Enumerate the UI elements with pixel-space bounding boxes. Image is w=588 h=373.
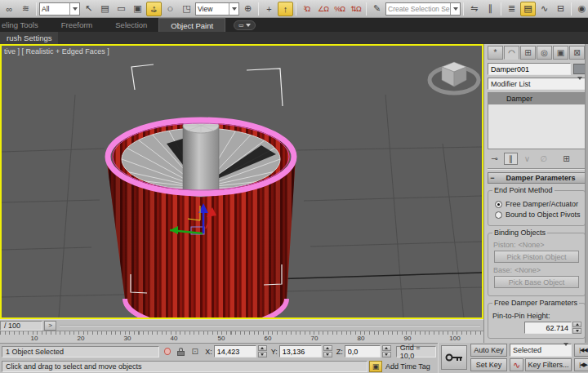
tick-label: 50 — [212, 335, 230, 342]
tab-utilities[interactable]: ⊠ — [569, 46, 585, 60]
damper-parameters-rollout[interactable]: − Damper Parameters — [488, 172, 586, 184]
tab-freeform[interactable]: Freeform — [50, 18, 105, 32]
transform-gizmo-icon[interactable]: ⊡ — [189, 346, 201, 357]
next-frame-button[interactable]: > — [44, 321, 56, 331]
time-slider-handle[interactable]: / 100 — [0, 321, 42, 331]
align-icon[interactable]: ∥ — [483, 2, 498, 16]
material-editor-icon[interactable]: ◉ — [574, 2, 588, 16]
key-filters-button[interactable]: Key Filters... — [525, 358, 572, 371]
keyboard-override-icon[interactable]: ↑ — [278, 2, 293, 16]
ribbon-minimize-button[interactable]: ▭ — [234, 20, 256, 30]
bind-spacewarp-icon[interactable]: ≋ — [18, 2, 33, 16]
curve-editor-icon[interactable]: ∿ — [537, 2, 552, 16]
schematic-view-icon[interactable]: ⊟ — [553, 2, 568, 16]
x-coordinate-field[interactable] — [214, 345, 256, 357]
edit-named-selections-icon[interactable]: ✎ — [369, 2, 385, 16]
percent-snap-icon[interactable]: %Ω — [332, 2, 347, 16]
stack-toolbar: ⊸ ∥ ∨ ∅ ⊞ — [488, 152, 586, 165]
tab-modify[interactable]: ◠ — [504, 46, 519, 60]
selection-filter-dropdown[interactable]: All — [39, 2, 80, 16]
y-coordinate-field[interactable] — [279, 345, 322, 357]
radio-free-damper[interactable]: Free Damper/Actuator — [495, 200, 581, 208]
tick-label: 30 — [118, 335, 136, 342]
binding-objects-group: Binding Objects Piston: <None> Pick Pist… — [488, 233, 586, 296]
select-object-icon[interactable]: ↖ — [81, 2, 96, 16]
use-pivot-center-icon[interactable]: ⊕ — [240, 2, 256, 16]
pick-piston-button[interactable]: Pick Piston Object — [494, 251, 579, 263]
tab-object-paint[interactable]: Object Paint — [158, 18, 225, 32]
default-tangent-button[interactable]: ∿ — [510, 358, 523, 371]
select-move-button[interactable]: ↔↕ — [146, 2, 162, 16]
manage-layers-icon[interactable]: ≣ — [504, 2, 519, 16]
damper-model[interactable] — [106, 118, 296, 317]
tab-motion[interactable]: ◎ — [537, 46, 552, 60]
chevron-down-icon — [564, 346, 568, 354]
tab-hierarchy[interactable]: ⊞ — [520, 46, 536, 60]
z-coordinate-field[interactable] — [345, 345, 381, 357]
viewport-label[interactable]: tive ] [ Realistic + Edged Faces ] — [4, 47, 109, 56]
named-selection-dropdown[interactable]: Create Selection Se — [385, 2, 461, 16]
chevron-down-icon — [229, 3, 237, 15]
select-manipulate-icon[interactable]: + — [261, 2, 277, 16]
tab-modeling-tools[interactable]: eling Tools — [0, 18, 50, 32]
time-tag-icon[interactable]: ▣ — [369, 361, 382, 372]
tab-display[interactable]: ▣ — [553, 46, 568, 60]
snap-3d-icon[interactable]: ³Ω — [299, 2, 314, 16]
panel-scrollbar[interactable] — [585, 44, 588, 347]
x-spinner[interactable] — [258, 345, 267, 357]
layer-explorer-icon[interactable]: ▤ — [520, 2, 536, 16]
select-rotate-icon[interactable]: ○ — [163, 2, 178, 16]
stack-item-damper[interactable]: Damper — [488, 93, 585, 104]
isolate-selection-icon[interactable] — [161, 346, 173, 357]
modifier-list-dropdown[interactable]: Modifier List — [488, 78, 586, 90]
object-color-swatch[interactable] — [573, 64, 586, 74]
base-value: <None> — [514, 266, 541, 274]
set-key-button[interactable]: Set Key — [470, 358, 507, 371]
chevron-down-icon — [246, 24, 251, 27]
angle-snap-icon[interactable]: ∠Ω — [315, 2, 331, 16]
key-icon — [445, 352, 463, 363]
time-slider: / 100 > — [0, 319, 483, 331]
remove-modifier-icon[interactable]: ∅ — [537, 153, 550, 165]
pin-stack-icon[interactable]: ⊸ — [488, 153, 501, 165]
key-mode-toggle-button[interactable]: |◀▶ — [574, 358, 588, 371]
show-end-result-icon[interactable]: ∥ — [504, 153, 518, 165]
select-by-name-icon[interactable]: ▤ — [97, 2, 113, 16]
z-spinner[interactable] — [382, 345, 391, 357]
viewport-scene — [2, 46, 482, 317]
select-link-icon[interactable]: ∞ — [2, 2, 17, 16]
spin-up-icon[interactable] — [572, 322, 581, 327]
make-unique-icon[interactable]: ∨ — [520, 153, 534, 165]
viewcube[interactable] — [430, 62, 479, 93]
auto-key-button[interactable]: Auto Key — [470, 344, 507, 357]
reference-coordinate-dropdown[interactable]: View — [195, 2, 239, 16]
add-time-tag[interactable]: Add Time Tag — [384, 362, 430, 371]
configure-modifier-sets-icon[interactable]: ⊞ — [559, 153, 573, 165]
grid-size-status: Grid = 10,0 — [396, 346, 436, 357]
ribbon-icon: ▭ — [238, 22, 244, 29]
radio-bound-pivots[interactable]: Bound to Object Pivots — [495, 211, 581, 219]
tab-brush-settings[interactable]: rush Settings — [0, 32, 58, 44]
perspective-viewport[interactable]: tive ] [ Realistic + Edged Faces ] — [0, 44, 483, 319]
rect-selection-region-icon[interactable]: ▭ — [114, 2, 129, 16]
time-slider-track[interactable] — [60, 325, 480, 326]
track-bar[interactable]: 10 20 30 40 50 60 70 80 90 100 — [0, 331, 483, 343]
pin-height-field[interactable] — [524, 322, 572, 334]
spin-down-icon[interactable] — [572, 328, 581, 334]
radio-icon — [495, 211, 502, 219]
tab-selection[interactable]: Selection — [104, 18, 158, 32]
object-name-field[interactable] — [488, 63, 571, 75]
window-crossing-icon[interactable]: ▣ — [130, 2, 145, 16]
spinner-snap-icon[interactable]: ⇅Ω — [348, 2, 363, 16]
go-to-start-button[interactable]: |◀◀ — [574, 344, 588, 357]
y-spinner[interactable] — [323, 345, 332, 357]
pin-height-spinner[interactable] — [572, 322, 581, 334]
tab-create[interactable]: * — [488, 46, 503, 60]
pick-base-button[interactable]: Pick Base Object — [494, 276, 579, 288]
mirror-icon[interactable]: ⇋ — [466, 2, 482, 16]
set-keys-button[interactable] — [441, 345, 467, 370]
modify-icon: ◠ — [508, 48, 515, 57]
select-scale-icon[interactable]: ◳ — [179, 2, 194, 16]
selection-set-dropdown[interactable]: Selected — [510, 344, 572, 357]
selection-lock-icon[interactable] — [175, 346, 187, 357]
